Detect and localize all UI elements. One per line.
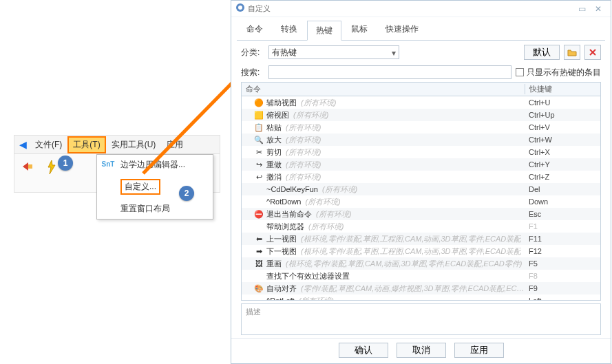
row-scope: (所有环境) bbox=[299, 296, 334, 301]
row-scope: (根环境,零件/装配,草图,工程图,CAM,动画,3D草图,零件,ECAD装配 bbox=[301, 246, 521, 257]
row-shortcut: F5 bbox=[525, 259, 600, 268]
table-row[interactable]: 🟠辅助视图(所有环境)Ctrl+U bbox=[242, 96, 600, 109]
row-icon: 🎨 bbox=[254, 284, 264, 293]
dropdown-label: 边学边用编辑器... bbox=[120, 160, 185, 169]
search-input[interactable] bbox=[268, 65, 511, 79]
row-label: 俯视图 bbox=[266, 110, 289, 120]
row-label: 辅助视图 bbox=[266, 98, 297, 108]
tab-hotkeys[interactable]: 热键 bbox=[307, 21, 341, 41]
callout-1: 1 bbox=[58, 156, 73, 171]
row-icon: ✂ bbox=[254, 148, 264, 157]
tabs: 命令 转换 热键 鼠标 快速操作 bbox=[231, 17, 611, 40]
row-icon: ⬅ bbox=[254, 235, 264, 244]
dropdown-customize[interactable]: 自定义... bbox=[97, 175, 213, 199]
row-scope: (所有环境) bbox=[286, 135, 321, 145]
search-label: 搜索: bbox=[241, 67, 264, 78]
row-scope: (零件/装配,草图,CAM,动画,爆炸视图,3D草图,零件,ECAD装配,ECA… bbox=[301, 283, 525, 294]
back-icon[interactable]: ◀ bbox=[17, 139, 30, 150]
row-shortcut: Ctrl+Z bbox=[525, 173, 600, 181]
row-icon: 🖼 bbox=[254, 259, 264, 268]
dropdown-reset-layout[interactable]: 重置窗口布局 bbox=[97, 199, 213, 219]
menu-tools[interactable]: 工具(T) bbox=[67, 136, 105, 153]
row-label: 下一视图 bbox=[266, 246, 297, 257]
row-shortcut: Ctrl+V bbox=[525, 123, 600, 131]
row-scope: (所有环境) bbox=[286, 160, 321, 170]
row-scope: (所有环境) bbox=[293, 110, 328, 120]
table-row[interactable]: ⛔退出当前命令(所有环境)Esc bbox=[242, 208, 600, 220]
desc-label: 描述 bbox=[246, 308, 261, 316]
menu-utilities[interactable]: 实用工具(U) bbox=[106, 136, 162, 153]
row-icon: 🔍 bbox=[254, 136, 264, 144]
apply-button[interactable]: 应用 bbox=[454, 343, 504, 358]
svg-rect-0 bbox=[28, 164, 32, 169]
ok-button[interactable]: 确认 bbox=[339, 343, 388, 358]
customize-dialog: 自定义 ▭ ✕ 命令 转换 热键 鼠标 快速操作 分类: 有热键 默认 搜索: bbox=[231, 0, 611, 364]
row-shortcut: Del bbox=[525, 185, 600, 193]
cancel-button[interactable]: 取消 bbox=[397, 343, 446, 358]
dropdown-learn-editor[interactable]: SnT 边学边用编辑器... bbox=[97, 155, 213, 175]
row-shortcut: F8 bbox=[525, 272, 600, 280]
table-row[interactable]: ↪重做(所有环境)Ctrl+Y bbox=[242, 158, 600, 171]
table-row[interactable]: 🎨自动对齐(零件/装配,草图,CAM,动画,爆炸视图,3D草图,零件,ECAD装… bbox=[242, 282, 600, 295]
tab-quickops[interactable]: 快速操作 bbox=[377, 20, 427, 40]
row-label: 上一视图 bbox=[266, 234, 297, 244]
row-scope: (所有环境) bbox=[301, 98, 336, 108]
dropdown-label: 重置窗口布局 bbox=[120, 204, 170, 213]
row-shortcut: F11 bbox=[525, 235, 600, 243]
tab-transform[interactable]: 转换 bbox=[273, 20, 306, 40]
tab-commands[interactable]: 命令 bbox=[238, 20, 271, 40]
delete-icon[interactable] bbox=[584, 45, 601, 60]
row-shortcut: F1 bbox=[525, 222, 600, 231]
row-scope: (根环境,零件/装配,草图,工程图,CAM,动画,3D草图,零件,ECAD装配 bbox=[301, 234, 521, 244]
row-label: 剪切 bbox=[266, 147, 282, 158]
table-row[interactable]: ➡下一视图(根环境,零件/装配,草图,工程图,CAM,动画,3D草图,零件,EC… bbox=[242, 245, 600, 257]
table-row[interactable]: ✂剪切(所有环境)Ctrl+X bbox=[242, 146, 600, 158]
only-hotkeys-checkbox[interactable]: 只显示有热键的条目 bbox=[516, 67, 601, 78]
table-row[interactable]: ^RotDown(所有环境)Down bbox=[242, 195, 600, 208]
row-label: 粘贴 bbox=[266, 122, 282, 133]
menu-app[interactable]: 应用 bbox=[161, 136, 189, 153]
table-row[interactable]: ⬅上一视图(根环境,零件/装配,草图,工程图,CAM,动画,3D草图,零件,EC… bbox=[242, 233, 600, 245]
table-body[interactable]: 🟠辅助视图(所有环境)Ctrl+U🟨俯视图(所有环境)Ctrl+Up📋粘贴(所有… bbox=[242, 96, 600, 300]
row-label: 撤消 bbox=[266, 172, 282, 182]
menubar: ◀ 文件(F) 工具(T) 实用工具(U) 应用 bbox=[14, 135, 220, 154]
row-label: 放大 bbox=[266, 135, 282, 145]
table-row[interactable]: ^RotLeft(所有环境)Left bbox=[242, 295, 600, 300]
row-icon: ↩ bbox=[254, 173, 264, 182]
table-row[interactable]: 🔍放大(所有环境)Ctrl+W bbox=[242, 133, 600, 146]
learn-editor-icon: SnT bbox=[101, 158, 115, 170]
minimize-icon[interactable]: ▭ bbox=[573, 4, 590, 14]
row-icon: ↪ bbox=[254, 160, 264, 169]
table-row[interactable]: 帮助浏览器(所有环境)F1 bbox=[242, 220, 600, 233]
close-icon[interactable]: ✕ bbox=[590, 4, 606, 14]
row-label: 重做 bbox=[266, 160, 282, 170]
row-icon: 🟨 bbox=[254, 111, 264, 120]
menu-file[interactable]: 文件(F) bbox=[30, 136, 67, 153]
default-button[interactable]: 默认 bbox=[524, 45, 560, 60]
row-scope: (所有环境) bbox=[286, 172, 321, 182]
col-command[interactable]: 命令 bbox=[242, 84, 525, 94]
description-box: 描述 bbox=[241, 303, 601, 335]
category-combo[interactable]: 有热键 bbox=[268, 45, 399, 59]
row-shortcut: Ctrl+Up bbox=[525, 111, 600, 119]
only-hotkeys-label: 只显示有热键的条目 bbox=[527, 67, 601, 78]
row-icon: ➡ bbox=[254, 247, 264, 256]
row-scope: (所有环境) bbox=[286, 122, 321, 133]
table-row[interactable]: 🟨俯视图(所有环境)Ctrl+Up bbox=[242, 109, 600, 121]
table-row[interactable]: ↩撤消(所有环境)Ctrl+Z bbox=[242, 171, 600, 183]
toolbar-icon-undo[interactable] bbox=[14, 154, 39, 179]
table-row[interactable]: 📋粘贴(所有环境)Ctrl+V bbox=[242, 121, 600, 133]
col-shortcut[interactable]: 快捷键 bbox=[525, 84, 600, 94]
table-row[interactable]: 查找下个有效过滤器设置F8 bbox=[242, 270, 600, 282]
row-label: 退出当前命令 bbox=[266, 209, 312, 220]
tab-mouse[interactable]: 鼠标 bbox=[343, 20, 376, 40]
row-shortcut: F12 bbox=[525, 247, 600, 255]
row-label: 重画 bbox=[266, 259, 282, 269]
table-row[interactable]: ~CdDelKeyFun(所有环境)Del bbox=[242, 183, 600, 195]
table-row[interactable]: 🖼重画(根环境,零件/装配,草图,CAM,动画,3D草图,零件,ECAD装配,E… bbox=[242, 257, 600, 270]
checkbox-icon bbox=[516, 68, 524, 76]
row-scope: (所有环境) bbox=[322, 184, 357, 195]
row-icon: ⛔ bbox=[254, 210, 264, 219]
open-icon[interactable] bbox=[564, 45, 580, 60]
row-shortcut: Ctrl+U bbox=[525, 98, 600, 107]
